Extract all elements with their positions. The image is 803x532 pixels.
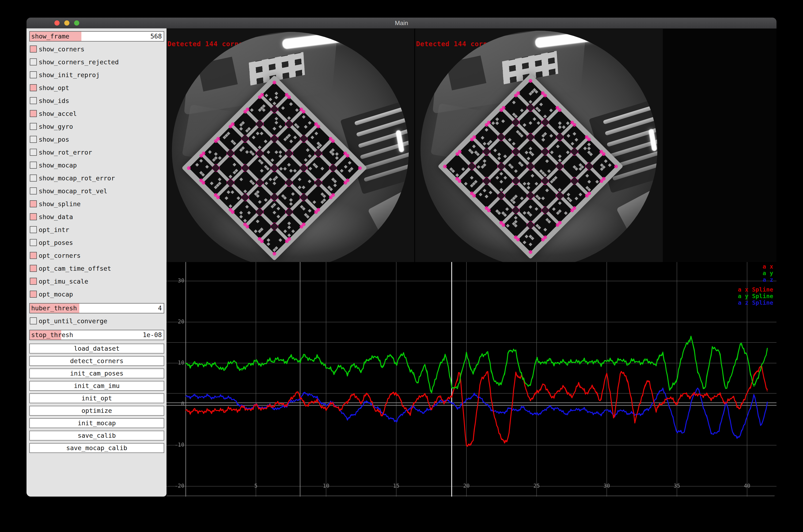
plot-canvas[interactable] [167, 262, 777, 497]
button-optimize[interactable]: optimize [29, 406, 164, 416]
tag-pattern-pixel [279, 238, 282, 242]
button-init_opt[interactable]: init_opt [29, 393, 164, 403]
button-init_cam_poses[interactable]: init_cam_poses [29, 368, 164, 378]
title-bar[interactable]: Main [26, 18, 777, 28]
checkbox-opt_corners[interactable]: opt_corners [29, 251, 164, 261]
checkbox-show_rot_error[interactable]: show_rot_error [29, 148, 164, 158]
imu-plot[interactable]: a xa ya z a x Splinea y Splinea z Spline [167, 262, 777, 497]
checkbox-box[interactable] [30, 252, 37, 259]
tag-pattern-pixel [549, 134, 553, 138]
button-init_mocap[interactable]: init_mocap [29, 418, 164, 428]
tag-pattern-pixel [265, 182, 268, 185]
checkbox-box[interactable] [30, 84, 37, 91]
checkbox-box[interactable] [30, 45, 37, 53]
grid-connector-square [512, 177, 520, 185]
tag-pattern-pixel [298, 186, 302, 189]
tag-pattern-pixel [210, 182, 214, 185]
button-detect_corners[interactable]: detect_corners [29, 356, 164, 366]
tag-pattern-pixel [258, 146, 262, 149]
checkbox-box[interactable] [30, 110, 37, 117]
checkbox-show_accel[interactable]: show_accel [29, 110, 164, 119]
checkbox-box[interactable] [30, 174, 37, 182]
scene-shape [360, 32, 409, 51]
button-save_mocap_calib[interactable]: save_mocap_calib [29, 443, 164, 453]
tag-pattern-pixel [237, 196, 241, 200]
grid-connector-square [270, 164, 279, 172]
button-load_dataset[interactable]: load_dataset [29, 344, 164, 354]
camera-view-right[interactable]: Detected 144 corners (0 rejected) [415, 28, 663, 262]
checkbox-label: show_accel [39, 110, 77, 117]
checkbox-label: show_mocap_rot_error [39, 174, 115, 182]
tag-pattern-pixel [514, 169, 518, 173]
slider-show_frame[interactable]: show_frame 568 [29, 31, 164, 41]
checkbox-box[interactable] [30, 136, 37, 143]
grid-connector-square [541, 206, 550, 215]
checkbox-box[interactable] [30, 317, 37, 324]
checkbox-box[interactable] [30, 226, 37, 233]
tag-pattern-pixel [214, 152, 218, 156]
tag-pattern-pixel [275, 121, 279, 125]
checkbox-show_init_reproj[interactable]: show_init_reproj [29, 71, 164, 80]
tag-pattern-pixel [520, 109, 524, 112]
checkbox-box[interactable] [30, 291, 37, 298]
checkbox-opt_until_converge[interactable]: opt_until_converge [29, 317, 164, 326]
tag-pattern-pixel [279, 125, 282, 129]
checkbox-box[interactable] [30, 162, 37, 169]
button-init_cam_imu[interactable]: init_cam_imu [29, 381, 164, 391]
tag-pattern-pixel [258, 200, 262, 204]
slider-stop_thresh[interactable]: stop_thresh 1e-08 [29, 330, 164, 340]
tag-pattern-pixel [472, 145, 476, 149]
checkbox-opt_imu_scale[interactable]: opt_imu_scale [29, 277, 164, 287]
checkbox-box[interactable] [30, 239, 37, 246]
checkbox-box[interactable] [30, 58, 37, 65]
slider-huber_thresh[interactable]: huber_thresh 4 [29, 303, 164, 314]
tag-pattern-pixel [269, 98, 272, 101]
tag-pattern-pixel [233, 163, 236, 167]
checkbox-show_ids[interactable]: show_ids [29, 97, 164, 106]
main-window: Main show_frame 568 show_corners show_co… [26, 18, 777, 497]
tag-pattern-pixel [302, 186, 306, 189]
checkbox-opt_cam_time_offset[interactable]: opt_cam_time_offset [29, 264, 164, 274]
tag-pattern-pixel [287, 225, 291, 229]
tag-pattern-pixel [523, 211, 527, 215]
checkbox-opt_poses[interactable]: opt_poses [29, 239, 164, 248]
tag-pattern-pixel [558, 125, 562, 129]
checkbox-label: opt_intr [39, 226, 69, 233]
button-save_calib[interactable]: save_calib [29, 431, 164, 440]
tag-pattern-pixel [461, 167, 465, 171]
checkbox-show_corners_rejected[interactable]: show_corners_rejected [29, 58, 164, 67]
checkbox-box[interactable] [30, 200, 37, 207]
tag-pattern-pixel [239, 215, 243, 218]
camera-view-left[interactable]: Detected 144 corners (0 rejected) [167, 28, 414, 262]
tag-pattern-pixel [227, 190, 230, 194]
checkbox-box[interactable] [30, 187, 37, 194]
tag-pattern-pixel [512, 101, 516, 104]
tag-pattern-pixel [479, 193, 482, 196]
checkbox-box[interactable] [30, 97, 37, 104]
grid-connector-square [541, 118, 550, 127]
checkbox-show_opt[interactable]: show_opt [29, 84, 164, 93]
tag-pattern-pixel [564, 211, 568, 215]
checkbox-box[interactable] [30, 123, 37, 130]
checkbox-label: show_data [39, 213, 73, 221]
checkbox-show_pos[interactable]: show_pos [29, 135, 164, 145]
tag-pattern-pixel [470, 176, 474, 180]
checkbox-box[interactable] [30, 213, 37, 220]
checkbox-box[interactable] [30, 149, 37, 156]
checkbox-show_mocap_rot_error[interactable]: show_mocap_rot_error [29, 174, 164, 184]
checkbox-show_spline[interactable]: show_spline [29, 200, 164, 209]
grid-connector-square [497, 162, 505, 171]
legend-item: a y [763, 270, 773, 277]
checkbox-show_data[interactable]: show_data [29, 213, 164, 222]
checkbox-box[interactable] [30, 71, 37, 78]
slider-label: stop_thresh [31, 330, 73, 340]
checkbox-opt_mocap[interactable]: opt_mocap [29, 290, 164, 300]
checkbox-show_mocap[interactable]: show_mocap [29, 161, 164, 171]
checkbox-show_mocap_rot_vel[interactable]: show_mocap_rot_vel [29, 187, 164, 196]
checkbox-show_corners[interactable]: show_corners [29, 45, 164, 54]
checkbox-opt_intr[interactable]: opt_intr [29, 226, 164, 235]
checkbox-box[interactable] [30, 265, 37, 272]
tag-pattern-pixel [243, 190, 247, 193]
checkbox-show_gyro[interactable]: show_gyro [29, 122, 164, 132]
checkbox-box[interactable] [30, 278, 37, 285]
